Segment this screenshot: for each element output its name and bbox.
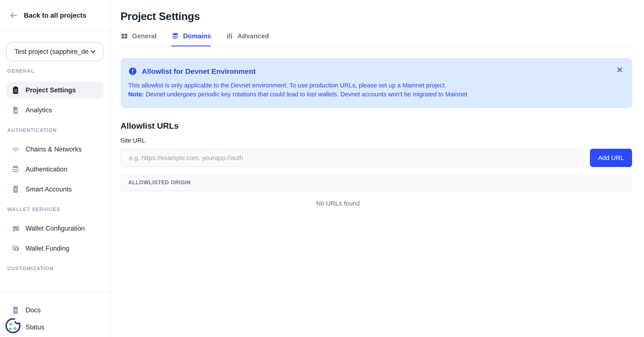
sidebar-item-label: Wallet Configuration	[26, 225, 85, 232]
cookie-icon	[4, 317, 22, 335]
allowlist-table-header: ALLOWLISTED ORIGIN	[120, 174, 632, 191]
table-grid-icon	[120, 32, 128, 40]
nav-section-general: GENERAL	[6, 68, 104, 74]
sliders-icon	[226, 32, 234, 40]
add-url-button[interactable]: Add URL	[590, 149, 632, 167]
banner-line-2: Note: Devnet undergoes periodic key rota…	[128, 90, 624, 99]
close-icon	[616, 66, 624, 74]
allowlisted-origin-column-header: ALLOWLISTED ORIGIN	[128, 179, 191, 186]
site-url-input[interactable]	[120, 149, 583, 167]
sidebar-item-analytics[interactable]: Analytics	[6, 102, 104, 119]
sidebar: Back to all projects Test project (sapph…	[0, 0, 110, 337]
sidebar-item-label: Chains & Networks	[26, 146, 82, 153]
sidebar-item-label: Docs	[26, 306, 41, 314]
cookie-consent-widget[interactable]	[4, 317, 22, 335]
devnet-allowlist-banner: Allowlist for Devnet Environment This al…	[120, 58, 632, 108]
app-window: Back to all projects Test project (sapph…	[0, 0, 644, 337]
tab-bar: General Domains Advanced	[120, 32, 632, 46]
clipboard-icon	[11, 86, 20, 95]
tab-domains[interactable]: Domains	[172, 32, 211, 46]
sidebar-item-label: Authentication	[26, 166, 67, 173]
page-title: Project Settings	[120, 10, 632, 22]
nav-section-authentication: AUTHENTICATION	[6, 127, 104, 133]
back-link-label: Back to all projects	[24, 11, 86, 19]
site-url-label: Site URL	[120, 137, 632, 144]
sidebar-item-chains-networks[interactable]: Chains & Networks	[6, 141, 104, 158]
wifi-icon	[11, 145, 20, 154]
sidebar-item-authentication[interactable]: Authentication	[6, 161, 104, 178]
arrow-left-icon	[9, 11, 18, 19]
tab-label: Domains	[183, 32, 211, 40]
banner-title: Allowlist for Devnet Environment	[142, 67, 256, 75]
sidebar-item-wallet-configuration[interactable]: Wallet Configuration	[6, 220, 104, 237]
alert-circle-icon	[128, 67, 137, 76]
banner-note-text: Devnet undergoes periodic key rotations …	[144, 91, 467, 98]
tab-label: General	[132, 32, 156, 40]
nav-section-customization: CUSTOMIZATION	[6, 266, 104, 272]
sidebar-nav: GENERAL Project Settings Analytics AUTHE…	[0, 65, 110, 282]
database-icon	[11, 165, 20, 174]
sidebar-item-project-settings[interactable]: Project Settings	[6, 82, 104, 99]
document-icon	[11, 185, 20, 194]
analytics-file-icon	[11, 106, 20, 115]
nav-section-wallet-services: WALLET SERVICES	[6, 206, 104, 212]
database-icon	[172, 32, 179, 40]
project-selector-value: Test project (sapphire_de	[14, 48, 88, 55]
sidebar-item-branding[interactable]: Branding	[6, 279, 104, 282]
banknotes-icon	[11, 244, 20, 253]
sidebar-item-label: Analytics	[26, 106, 52, 114]
url-input-row: Add URL	[120, 149, 632, 167]
banner-note-label: Note:	[128, 91, 144, 98]
tab-label: Advanced	[237, 32, 269, 40]
banner-close-button[interactable]	[616, 65, 624, 74]
sidebar-header: Back to all projects	[0, 0, 110, 31]
banner-body: This allowlist is only applicable to the…	[128, 81, 624, 99]
sidebar-item-label: Status	[26, 323, 44, 331]
document-icon	[11, 306, 20, 315]
allowlist-urls-heading: Allowlist URLs	[120, 121, 632, 131]
back-to-projects-link[interactable]: Back to all projects	[9, 11, 86, 19]
banner-line-1: This allowlist is only applicable to the…	[128, 81, 624, 90]
sidebar-item-smart-accounts[interactable]: Smart Accounts	[6, 181, 104, 198]
sidebar-item-label: Smart Accounts	[26, 186, 72, 193]
tab-advanced[interactable]: Advanced	[226, 32, 269, 46]
project-selector-dropdown[interactable]: Test project (sapphire_de	[6, 42, 104, 61]
banner-title-row: Allowlist for Devnet Environment	[128, 67, 624, 76]
empty-state-message: No URLs found	[120, 200, 632, 207]
sidebar-item-docs[interactable]: Docs	[6, 302, 104, 319]
wallet-gear-icon	[11, 224, 20, 233]
tab-general[interactable]: General	[120, 32, 156, 46]
sidebar-item-wallet-funding[interactable]: Wallet Funding	[6, 240, 104, 257]
sidebar-item-label: Project Settings	[26, 86, 76, 94]
main-content: Project Settings General Domains Advance…	[110, 0, 644, 337]
sidebar-item-label: Wallet Funding	[26, 245, 70, 252]
chevron-down-icon	[90, 48, 97, 55]
